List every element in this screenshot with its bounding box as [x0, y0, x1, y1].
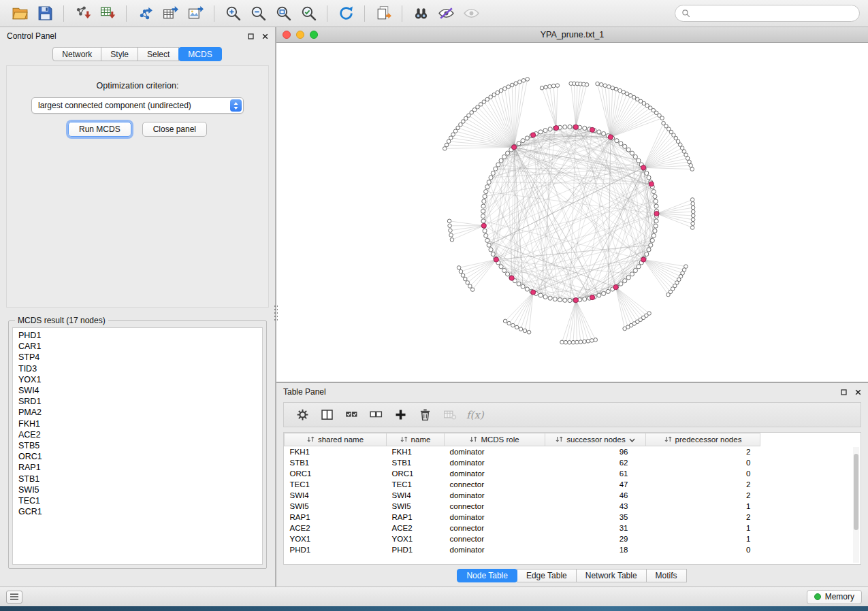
mcds-result-item[interactable]: CAR1 [18, 341, 262, 352]
delete-columns-button[interactable] [415, 406, 435, 425]
table-row[interactable]: PHD1PHD1dominator180 [285, 544, 760, 555]
table-row[interactable]: ORC1ORC1dominator610 [285, 468, 760, 479]
import-table-button[interactable] [96, 3, 119, 24]
export-table-button[interactable] [159, 3, 182, 24]
deselect-all-rows-button[interactable] [366, 406, 386, 425]
open-file-icon [12, 5, 29, 22]
table-row[interactable]: STB1STB1dominator620 [285, 457, 760, 468]
zoom-in-button[interactable] [221, 3, 244, 24]
table-row[interactable]: FKH1FKH1dominator962 [285, 446, 760, 457]
table-cell: 1 [646, 523, 760, 533]
tab-network[interactable]: Network [52, 47, 101, 61]
column-header-MCDS-role[interactable]: MCDS role [445, 433, 545, 446]
table-options-gear-button[interactable] [292, 406, 312, 425]
column-header-name[interactable]: name [387, 433, 445, 446]
float-panel-icon[interactable] [248, 33, 254, 39]
export-image-button[interactable] [184, 3, 207, 24]
show-hide-columns-button[interactable] [317, 406, 337, 425]
control-panel-tabs: NetworkStyleSelectMCDS [0, 47, 275, 61]
mcds-result-item[interactable]: ACE2 [18, 429, 262, 440]
tab-network-table[interactable]: Network Table [576, 569, 647, 582]
mcds-buttons-row: Run MCDS Close panel [7, 122, 268, 137]
status-menu-button[interactable] [6, 591, 22, 604]
network-canvas[interactable] [276, 43, 868, 382]
run-mcds-button[interactable]: Run MCDS [68, 122, 131, 137]
table-vertical-scrollbar[interactable] [853, 447, 859, 563]
table-cell: dominator [445, 512, 545, 523]
table-cell: ORC1 [285, 468, 387, 479]
hamburger-icon [10, 593, 19, 600]
close-window-traffic-light[interactable] [283, 31, 291, 39]
minimize-window-traffic-light[interactable] [296, 31, 304, 39]
vertical-splitter-grip[interactable] [274, 305, 278, 323]
table-row[interactable]: ACE2ACE2connector311 [285, 523, 760, 533]
create-column-button[interactable] [390, 406, 411, 425]
float-table-panel-icon[interactable] [841, 389, 847, 395]
table-row[interactable]: YOX1YOX1connector291 [285, 533, 760, 544]
show-all-button[interactable] [460, 3, 483, 24]
mcds-result-box: MCDS result (17 nodes) PHD1CAR1STP4TID3Y… [8, 316, 267, 569]
status-bar: Memory [0, 587, 868, 606]
tab-node-table[interactable]: Node Table [457, 569, 517, 582]
mcds-result-item[interactable]: SWI5 [18, 484, 262, 495]
table-cell: 35 [545, 512, 646, 523]
copy-current-style-button[interactable] [372, 3, 395, 24]
column-header-successor-nodes[interactable]: successor nodes [545, 433, 646, 446]
memory-button[interactable]: Memory [807, 590, 862, 604]
delete-table-button[interactable] [439, 406, 460, 425]
tab-select[interactable]: Select [138, 47, 179, 61]
select-all-rows-button[interactable] [341, 406, 361, 425]
mcds-result-item[interactable]: SRD1 [18, 396, 262, 407]
mcds-result-item[interactable]: TID3 [18, 363, 262, 374]
column-header-predecessor-nodes[interactable]: predecessor nodes [646, 433, 760, 446]
scrollbar-thumb[interactable] [854, 454, 858, 530]
create-column-icon [393, 408, 408, 422]
export-network-button[interactable] [133, 3, 157, 24]
table-row[interactable]: TEC1TEC1connector472 [285, 479, 760, 490]
column-sort-icon [556, 435, 563, 444]
mcds-result-item[interactable]: RAP1 [18, 462, 262, 473]
zoom-selected-button[interactable] [297, 3, 320, 24]
function-builder-button[interactable]: f(x) [464, 409, 487, 421]
first-neighbors-button[interactable] [409, 3, 432, 24]
hide-selected-button[interactable] [434, 3, 457, 24]
refresh-layout-button[interactable] [334, 3, 357, 24]
dropdown-stepper-icon [230, 99, 242, 112]
close-panel-icon[interactable] [262, 33, 268, 39]
column-header-shared-name[interactable]: shared name [285, 433, 387, 446]
mcds-result-item[interactable]: PHD1 [18, 330, 262, 341]
maximize-window-traffic-light[interactable] [310, 31, 318, 39]
table-cell: SWI4 [285, 490, 387, 501]
mcds-result-item[interactable]: STP4 [18, 352, 262, 363]
tab-motifs[interactable]: Motifs [646, 569, 687, 582]
table-cell: STB1 [387, 457, 445, 468]
table-row[interactable]: SWI5SWI5connector431 [285, 501, 760, 512]
open-file-button[interactable] [8, 3, 31, 24]
mcds-result-item[interactable]: SWI4 [18, 385, 262, 396]
tab-edge-table[interactable]: Edge Table [517, 569, 577, 582]
search-input[interactable] [694, 9, 853, 18]
zoom-out-button[interactable] [246, 3, 270, 24]
mcds-result-item[interactable]: GCR1 [18, 506, 262, 517]
mcds-result-item[interactable]: TEC1 [18, 495, 262, 506]
control-panel: Control Panel NetworkStyleSelectMCDS Opt… [0, 27, 276, 587]
select-all-rows-icon [344, 408, 359, 422]
mcds-result-item[interactable]: PMA2 [18, 407, 262, 418]
mcds-result-item[interactable]: YOX1 [18, 374, 262, 385]
tab-style[interactable]: Style [101, 47, 138, 61]
mcds-result-item[interactable]: STB5 [18, 440, 262, 451]
table-row[interactable]: SWI4SWI4dominator462 [285, 490, 760, 501]
close-table-panel-icon[interactable] [855, 389, 861, 395]
table-row[interactable]: RAP1RAP1dominator352 [285, 512, 760, 523]
mcds-result-item[interactable]: STB1 [18, 474, 262, 484]
table-cell: PHD1 [387, 544, 445, 555]
zoom-fit-content-button[interactable] [272, 3, 295, 24]
mcds-result-item[interactable]: ORC1 [18, 451, 262, 462]
mcds-result-item[interactable]: FKH1 [18, 418, 262, 429]
save-session-button[interactable] [33, 3, 57, 24]
tab-mcds[interactable]: MCDS [178, 47, 221, 61]
close-panel-button[interactable]: Close panel [142, 122, 207, 137]
import-network-button[interactable] [71, 3, 94, 24]
table-cell: FKH1 [387, 446, 445, 457]
criterion-dropdown[interactable]: largest connected component (undirected) [31, 97, 244, 114]
